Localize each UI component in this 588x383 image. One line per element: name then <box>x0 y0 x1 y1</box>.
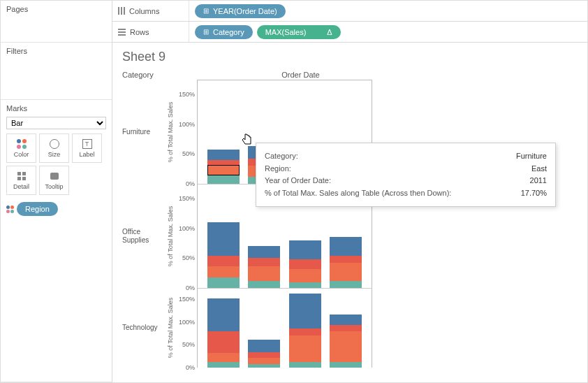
plus-icon: ⊞ <box>203 7 209 15</box>
rows-pill-category[interactable]: ⊞Category <box>195 25 253 39</box>
bar-segment[interactable] <box>330 237 362 256</box>
plot-cell[interactable] <box>198 288 372 368</box>
bar-segment[interactable] <box>330 263 362 281</box>
rows-icon <box>118 29 126 36</box>
bar-segment[interactable] <box>248 358 280 364</box>
bar-segment[interactable] <box>289 335 321 362</box>
bar-segment[interactable] <box>207 298 240 331</box>
y-ticks: 0%50%100%150% <box>177 184 198 288</box>
tooltip-label: Tooltip <box>45 183 63 190</box>
bar-segment[interactable] <box>248 246 280 258</box>
size-button[interactable]: Size <box>39 133 69 163</box>
bar-segment[interactable] <box>207 175 240 184</box>
bar-segment[interactable] <box>207 266 240 277</box>
bar-segment[interactable] <box>289 282 321 289</box>
bar-column[interactable] <box>248 340 280 368</box>
label-label: Label <box>79 151 94 158</box>
row-label: Furniture <box>122 80 164 184</box>
pages-shelf[interactable]: Pages <box>1 1 112 43</box>
region-pill: Region <box>17 202 58 216</box>
bar-segment[interactable] <box>289 240 321 259</box>
bar-segment[interactable] <box>330 362 362 368</box>
bar-segment[interactable] <box>330 281 362 288</box>
category-header: Category <box>122 70 196 80</box>
row-label: Technology <box>122 288 164 368</box>
columns-shelf[interactable]: Columns ⊞YEAR(Order Date) <box>112 1 587 22</box>
bar-column[interactable] <box>207 222 240 288</box>
viz-area: Category Order Date Furniture% of Total … <box>112 70 587 382</box>
bar-segment[interactable] <box>289 269 321 282</box>
columns-pill-year[interactable]: ⊞YEAR(Order Date) <box>195 4 286 18</box>
chart-row: Technology% of Total Max. Sales0%50%100%… <box>122 288 587 368</box>
region-on-color[interactable]: Region <box>6 202 106 216</box>
size-label: Size <box>48 151 61 158</box>
bar-segment[interactable] <box>330 256 362 263</box>
marks-title: Marks <box>6 104 106 113</box>
bar-segment[interactable] <box>207 331 240 353</box>
rows-shelf[interactable]: Rows ⊞Category MAX(Sales)Δ <box>112 22 587 43</box>
bar-segment[interactable] <box>248 352 280 358</box>
y-ticks: 0%50%100%150% <box>177 288 198 368</box>
bar-segment[interactable] <box>207 256 240 266</box>
marks-buttons: Color Size T Label Detail Tooltip <box>6 133 106 195</box>
y-ticks: 0%50%100%150% <box>177 80 198 184</box>
bar-segment[interactable] <box>207 165 240 175</box>
columns-icon <box>118 7 125 15</box>
color-button[interactable]: Color <box>6 133 36 163</box>
bar-segment[interactable] <box>248 266 280 280</box>
plus-icon: ⊞ <box>203 28 209 36</box>
filters-title: Filters <box>6 47 106 55</box>
bar-segment[interactable] <box>289 328 321 335</box>
bar-segment[interactable] <box>289 362 321 368</box>
bar-column[interactable] <box>330 315 362 368</box>
y-axis-title: % of Total Max. Sales <box>164 288 177 368</box>
bar-segment[interactable] <box>207 160 240 165</box>
bar-segment[interactable] <box>248 281 280 288</box>
bar-column[interactable] <box>289 240 321 288</box>
bar-segment[interactable] <box>289 259 321 269</box>
delta-icon: Δ <box>310 28 332 36</box>
rows-label: Rows <box>112 22 189 42</box>
bar-segment[interactable] <box>248 364 280 368</box>
detail-button[interactable]: Detail <box>6 166 36 195</box>
marks-card: Marks Bar Color Size T Label <box>1 100 112 382</box>
bar-segment[interactable] <box>207 150 240 160</box>
filters-shelf[interactable]: Filters <box>1 43 112 100</box>
bar-column[interactable] <box>207 298 240 368</box>
bar-segment[interactable] <box>289 294 321 328</box>
mark-type-select[interactable]: Bar <box>6 117 106 129</box>
app-root: Pages Filters Marks Bar Color Size T <box>1 1 587 382</box>
tooltip-icon <box>50 171 59 182</box>
x-axis-title: Order Date <box>196 70 587 80</box>
bar-segment[interactable] <box>248 258 280 266</box>
bar-column[interactable] <box>207 150 240 184</box>
y-axis-title: % of Total Max. Sales <box>164 184 177 288</box>
label-button[interactable]: T Label <box>72 133 102 163</box>
bar-column[interactable] <box>248 246 280 288</box>
row-label: Office Supplies <box>122 184 164 288</box>
bar-segment[interactable] <box>207 353 240 362</box>
columns-label: Columns <box>112 1 189 21</box>
bar-segment[interactable] <box>330 315 362 324</box>
bar-segment[interactable] <box>330 325 362 331</box>
bar-segment[interactable] <box>330 331 362 362</box>
color-icon <box>17 138 27 150</box>
hover-tooltip: Category:Furniture Region:East Year of O… <box>256 143 556 207</box>
bar-segment[interactable] <box>248 340 280 352</box>
y-axis-title: % of Total Max. Sales <box>164 80 177 184</box>
tooltip-button[interactable]: Tooltip <box>39 166 69 195</box>
bar-column[interactable] <box>289 294 321 368</box>
size-icon <box>50 138 59 150</box>
bar-segment[interactable] <box>207 222 240 256</box>
detail-icon <box>17 171 26 182</box>
bar-segment[interactable] <box>207 362 240 368</box>
sheet-title[interactable]: Sheet 9 <box>112 43 587 70</box>
pages-title: Pages <box>6 5 106 13</box>
rows-pill-maxsales[interactable]: MAX(Sales)Δ <box>257 25 341 39</box>
detail-label: Detail <box>13 183 29 190</box>
label-icon: T <box>82 138 92 150</box>
bar-column[interactable] <box>330 237 362 288</box>
color-dots-icon <box>6 205 14 213</box>
right-panel: Columns ⊞YEAR(Order Date) Rows ⊞Category… <box>112 1 587 382</box>
bar-segment[interactable] <box>207 277 240 288</box>
